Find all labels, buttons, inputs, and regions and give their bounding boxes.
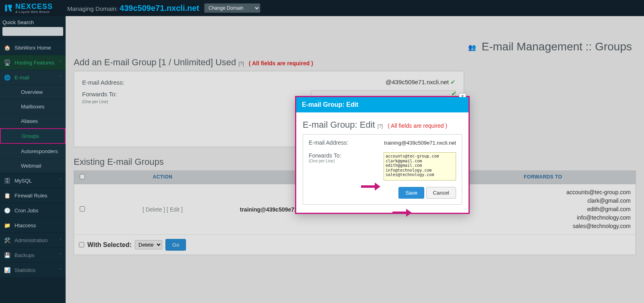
change-domain-select[interactable]: Change Domain xyxy=(204,3,260,13)
chart-icon: 📊 xyxy=(4,267,10,273)
nav-backups[interactable]: 💾 Backups ˅ xyxy=(0,247,66,262)
globe-icon: 🌐 xyxy=(4,74,10,81)
nav-email-autoresponders[interactable]: Autoresponders xyxy=(0,144,66,158)
main-content: 👥 E-mail Management :: Groups Add an E-m… xyxy=(66,16,644,303)
quick-search-input[interactable] xyxy=(2,27,63,36)
annotation-arrow-icon xyxy=(392,210,412,216)
nav-statistics[interactable]: 📊 Statistics ˅ xyxy=(0,262,66,277)
row-checkbox[interactable] xyxy=(80,206,85,212)
chevron-down-icon: ˅ xyxy=(60,238,62,242)
page-title: 👥 E-mail Management :: Groups xyxy=(66,16,644,57)
email-domain-value: @439c509e71.nxcli.net✔ xyxy=(386,79,456,86)
top-bar: NEXCESS A Liquid Web Brand Managing Doma… xyxy=(0,0,644,16)
chevron-down-icon: ˅ xyxy=(60,268,62,272)
save-button[interactable]: Save xyxy=(398,187,424,199)
select-all-checkbox[interactable] xyxy=(80,174,85,179)
nav-email-webmail[interactable]: Webmail xyxy=(0,158,66,173)
nav-email[interactable]: 🌐 E-mail ˄ xyxy=(0,70,66,85)
col-action: ACTION xyxy=(90,171,235,184)
nav-firewall[interactable]: 📋 Firewall Rules xyxy=(0,188,66,203)
home-icon: 🏠 xyxy=(4,44,10,51)
modal-email-label: E-mail Address: xyxy=(309,139,384,146)
user-group-icon: 👥 xyxy=(468,44,476,51)
check-icon: ✔ xyxy=(450,79,456,85)
nav-administration[interactable]: 🛠️ Administration ˅ xyxy=(0,232,66,247)
monitor-icon: 🖥️ xyxy=(4,59,10,66)
edit-group-modal: × E-mail Group: Edit E-mail Group: Edit … xyxy=(295,96,470,214)
nav-email-aliases[interactable]: Aliases xyxy=(0,114,66,128)
col-forwards: FORWARDS TO xyxy=(450,171,636,184)
help-icon[interactable]: [?] xyxy=(239,61,244,66)
nav-htaccess[interactable]: 📁 Htaccess xyxy=(0,218,66,232)
chevron-down-icon: ˅ xyxy=(60,253,62,257)
chevron-down-icon: ˅ xyxy=(60,178,62,183)
chevron-up-icon: ˄ xyxy=(60,75,62,79)
sidebar: Quick Search 🏠 SiteWorx Home 🖥️ Hosting … xyxy=(0,16,66,303)
tools-icon: 🛠️ xyxy=(4,237,10,243)
folder-icon: 📁 xyxy=(4,222,10,228)
brand-logo[interactable]: NEXCESS A Liquid Web Brand xyxy=(4,2,53,14)
brand-name: NEXCESS xyxy=(15,2,53,10)
email-address-label: E-mail Address: xyxy=(82,79,124,86)
row-forwards: accounts@tec-group.comclark@gmail.comedi… xyxy=(455,188,631,230)
nav-cron[interactable]: 🕒 Cron Jobs xyxy=(0,203,66,218)
modal-forwards-label: Forwards To: (One per Line) xyxy=(309,152,384,163)
modal-title: E-mail Group: Edit xyxy=(296,97,469,112)
nav-email-overview[interactable]: Overview xyxy=(0,85,66,99)
help-icon[interactable]: [?] xyxy=(378,123,383,129)
footer-select-all[interactable] xyxy=(79,242,84,247)
database-icon: 🗄️ xyxy=(4,177,10,184)
forwards-to-label: Forwards To: (One per Line) xyxy=(82,91,117,104)
nav-mysql[interactable]: 🗄️ MySQL ˅ xyxy=(0,173,66,188)
with-selected-label: With Selected: xyxy=(87,241,132,249)
cancel-button[interactable]: Cancel xyxy=(426,187,456,199)
clock-icon: 🕒 xyxy=(4,207,10,214)
nav-siteworx-home[interactable]: 🏠 SiteWorx Home xyxy=(0,40,66,55)
nav-hosting-features[interactable]: 🖥️ Hosting Features ˄ xyxy=(0,55,66,70)
modal-email-value: training@439c509e71.nxcli.net xyxy=(384,140,456,146)
brand-tagline: A Liquid Web Brand xyxy=(15,10,53,14)
brand-icon xyxy=(4,4,13,12)
modal-subtitle: E-mail Group: Edit [?] ( All fields are … xyxy=(303,120,462,130)
quick-search-label: Quick Search xyxy=(0,16,66,27)
current-domain: 439c509e71.nxcli.net xyxy=(120,4,199,12)
edit-link[interactable]: [ Edit ] xyxy=(167,206,183,213)
chevron-up-icon: ˄ xyxy=(60,60,62,64)
add-group-heading: Add an E-mail Group [1 / Unlimited] Used… xyxy=(74,57,636,68)
modal-forwards-textarea[interactable] xyxy=(384,152,456,181)
delete-link[interactable]: [ Delete ] xyxy=(142,206,165,213)
bulk-action-select[interactable]: Delete xyxy=(135,240,162,249)
nav-email-mailboxes[interactable]: Mailboxes xyxy=(0,99,66,114)
managing-domain-label: Managing Domain: 439c509e71.nxcli.net xyxy=(67,4,199,13)
go-button[interactable]: Go xyxy=(165,239,186,251)
backup-icon: 💾 xyxy=(4,252,10,258)
firewall-icon: 📋 xyxy=(4,192,10,199)
nav-email-groups[interactable]: Groups xyxy=(0,128,66,144)
annotation-arrow-icon xyxy=(361,183,380,190)
